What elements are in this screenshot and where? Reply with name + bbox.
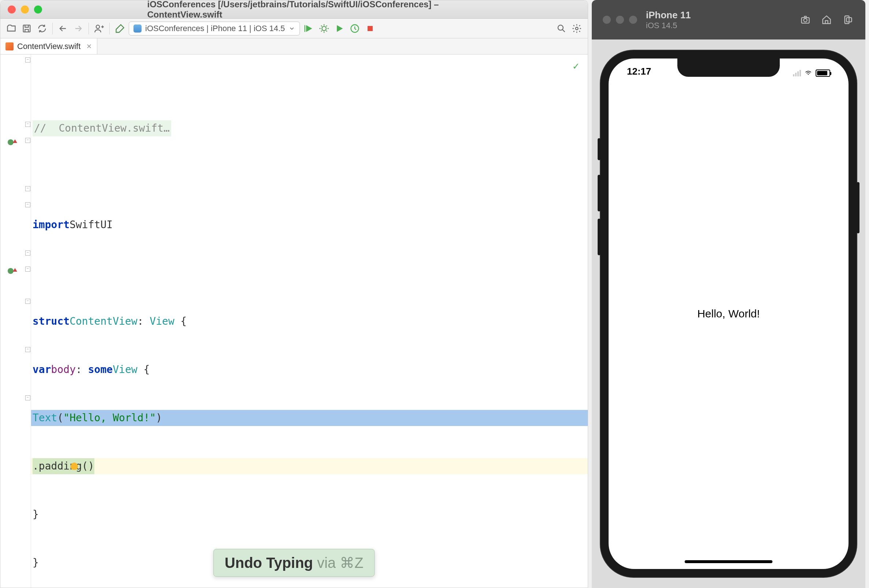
hello-world-label: Hello, World! (697, 308, 760, 320)
fold-marker[interactable]: − (25, 299, 30, 304)
settings-button[interactable] (570, 22, 583, 35)
app-content: Hello, World! (609, 59, 848, 569)
fold-marker[interactable]: − (25, 347, 30, 352)
fullscreen-window-button[interactable] (34, 6, 42, 13)
code-comment: // ContentView.swift… (33, 120, 171, 136)
nav-forward-button[interactable] (72, 22, 85, 35)
volume-down-button[interactable] (598, 219, 601, 255)
minimize-window-button[interactable] (21, 6, 29, 13)
fold-marker[interactable]: − (25, 122, 30, 127)
close-tab-icon[interactable]: ✕ (86, 42, 92, 50)
separator (109, 23, 110, 34)
simulator-header: iPhone 11 iOS 14.5 (592, 0, 865, 40)
iphone-frame: 12:17 Hello, World! (601, 50, 857, 577)
svg-rect-0 (24, 25, 30, 32)
code-editor[interactable]: ✓ // ContentView.swift… import SwiftUI s… (31, 55, 588, 588)
fold-marker[interactable]: − (25, 202, 30, 207)
fold-marker[interactable]: − (25, 395, 30, 400)
volume-up-button[interactable] (598, 175, 601, 211)
sim-os-version: iOS 14.5 (646, 21, 790, 30)
run-config-label: iOSConferences | iPhone 11 | iOS 14.5 (145, 24, 285, 33)
run-configuration-selector[interactable]: iOSConferences | iPhone 11 | iOS 14.5 (129, 22, 300, 36)
search-button[interactable] (555, 22, 568, 35)
build-button[interactable] (113, 22, 126, 35)
editor-tab-contentview[interactable]: ContentView.swift ✕ (0, 39, 97, 54)
implements-gutter-icon[interactable] (8, 268, 13, 274)
traffic-lights (0, 6, 42, 13)
fold-marker[interactable]: − (25, 250, 30, 256)
action-name: Undo Typing (225, 555, 313, 571)
action-shortcut: ⌘Z (340, 555, 363, 571)
sim-device-name: iPhone 11 (646, 9, 790, 21)
toolbar: iOSConferences | iPhone 11 | iOS 14.5 (0, 19, 588, 39)
action-via: via (317, 555, 336, 571)
iphone-screen[interactable]: 12:17 Hello, World! (609, 59, 848, 569)
implements-gutter-icon[interactable] (8, 139, 13, 145)
window-title: iOSConferences [/Users/jetbrains/Tutoria… (147, 0, 441, 20)
simulator-body: 12:17 Hello, World! (592, 40, 865, 588)
power-button[interactable] (857, 182, 860, 233)
nav-back-button[interactable] (56, 22, 70, 35)
editor-tabbar: ContentView.swift ✕ (0, 39, 588, 55)
svg-point-8 (804, 19, 807, 22)
screenshot-icon[interactable] (799, 13, 812, 26)
swift-file-icon (6, 42, 13, 50)
titlebar: iOSConferences [/Users/jetbrains/Tutoria… (0, 0, 588, 19)
rotate-icon[interactable] (841, 13, 854, 26)
home-icon[interactable] (820, 13, 833, 26)
editor-area: − − − − − − − − − − ✓ // ContentView.swi… (0, 55, 588, 588)
svg-point-6 (576, 27, 578, 30)
save-button[interactable] (20, 22, 33, 35)
stop-button[interactable] (363, 22, 377, 35)
sim-header-icons (799, 13, 854, 26)
separator (52, 23, 53, 34)
profile-button[interactable] (348, 22, 361, 35)
add-config-button[interactable] (92, 22, 106, 35)
ide-window: iOSConferences [/Users/jetbrains/Tutoria… (0, 0, 588, 588)
fold-marker[interactable]: − (25, 58, 30, 62)
sim-fullscreen-button[interactable] (629, 16, 637, 24)
action-hint-popup: Undo Typing via ⌘Z (213, 549, 375, 577)
svg-rect-4 (368, 26, 373, 31)
close-window-button[interactable] (8, 6, 16, 13)
run-coverage-button[interactable] (333, 22, 346, 35)
fold-marker[interactable]: − (25, 186, 30, 191)
app-icon (133, 25, 142, 33)
sync-button[interactable] (36, 22, 49, 35)
svg-point-1 (96, 25, 99, 28)
fold-marker[interactable]: − (25, 138, 30, 143)
sim-close-button[interactable] (603, 16, 611, 24)
sim-title-block: iPhone 11 iOS 14.5 (646, 9, 790, 30)
mute-switch[interactable] (598, 138, 601, 160)
home-indicator[interactable] (685, 560, 773, 563)
svg-point-2 (322, 26, 326, 31)
debug-button[interactable] (317, 22, 331, 35)
sim-minimize-button[interactable] (616, 16, 624, 24)
analysis-ok-icon[interactable]: ✓ (573, 58, 579, 74)
tab-filename: ContentView.swift (17, 42, 80, 51)
run-button[interactable] (302, 22, 315, 35)
open-file-button[interactable] (5, 22, 18, 35)
sim-traffic-lights (603, 16, 637, 24)
fold-marker[interactable]: − (25, 267, 30, 272)
gutter[interactable]: − − − − − − − − − − (0, 55, 31, 588)
simulator-panel: iPhone 11 iOS 14.5 12:17 (592, 0, 865, 588)
separator (89, 23, 89, 34)
intention-bulb-icon[interactable] (71, 462, 78, 470)
